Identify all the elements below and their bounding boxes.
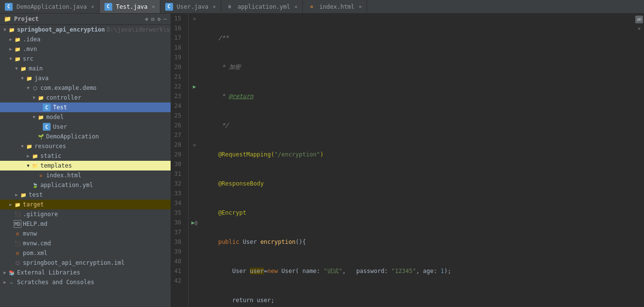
sidebar-item-target[interactable]: ▶ 📁 target <box>0 200 171 209</box>
sidebar-item-mvn[interactable]: ▶ 📁 .mvn <box>0 44 171 54</box>
sidebar-item-gitignore[interactable]: ▶ ⬛ .gitignore <box>0 209 171 219</box>
code-container[interactable]: 15 16 17 18 19 20 21 22 23 24 25 26 27 2… <box>171 14 644 307</box>
sidebar-item-model[interactable]: ▼ 📁 model <box>0 112 171 122</box>
line-num-15: 15 <box>171 14 184 23</box>
sidebar-item-idea[interactable]: ▶ 📁 .idea <box>0 34 171 44</box>
app-yaml-label: application.yml <box>40 182 93 188</box>
code-content[interactable]: /** * 加密 * @return */ @RequestMapping("/… <box>200 14 632 307</box>
sidebar-item-java[interactable]: ▼ 📁 java <box>0 73 171 83</box>
line-num-21: 21 <box>171 72 184 82</box>
folder-icon-static: 📁 <box>31 152 39 160</box>
project-path-label: D:\java\iderwork\springbo <box>107 26 171 33</box>
code-23-var: user <box>250 268 264 274</box>
sidebar-icon-gear[interactable]: ⚙ <box>157 16 161 22</box>
sidebar-item-package[interactable]: ▼ ⬡ com.example.demo <box>0 83 171 93</box>
iml-icon: ⬡ <box>14 259 21 267</box>
tab-app-yaml[interactable]: ⚙ application.yml ✕ <box>221 0 303 13</box>
sidebar-item-pom-xml[interactable]: ▶ m pom.xml <box>0 248 171 258</box>
gutter-16 <box>189 23 200 33</box>
sidebar-item-app-yaml-file[interactable]: 🍃 application.yml <box>0 180 171 190</box>
target-label: target <box>23 201 44 208</box>
mvnw-cmd-label: mvnw.cmd <box>23 240 51 247</box>
ext-lib-icon: 📚 <box>8 269 16 276</box>
sidebar-item-project-root[interactable]: ▼ 📁 springboot_api_encryption D:\java\id… <box>0 25 171 34</box>
sidebar-item-ext-libraries[interactable]: ▶ 📚 External Libraries <box>0 268 171 277</box>
tab-app-yaml-label: application.yml <box>238 3 290 10</box>
tab-app-yaml-close[interactable]: ✕ <box>295 4 297 9</box>
run-icon-22[interactable]: ▶ <box>193 84 196 90</box>
line-num-27: 27 <box>171 130 184 140</box>
code-17-c1: * <box>204 93 229 100</box>
sidebar-icon-collapse[interactable]: ⊟ <box>151 16 155 22</box>
minimap-close[interactable]: ✕ <box>635 24 643 32</box>
fold-icon-28[interactable]: ≡ <box>193 142 196 148</box>
sidebar-header: 📁 Project ⊕ ⊟ ⚙ ─ <box>0 14 171 25</box>
minimap-m[interactable]: mG <box>635 16 643 23</box>
code-line-19: @RequestMapping("/encryption") <box>204 150 632 159</box>
line-numbers: 15 16 17 18 19 20 21 22 23 24 25 26 27 2… <box>171 14 189 307</box>
tab-test-close[interactable]: ✕ <box>152 4 155 9</box>
sidebar-item-static[interactable]: ▶ 📁 static <box>0 151 171 161</box>
tab-index-html[interactable]: ≡ index.html ✕ <box>303 0 367 13</box>
code-17-return: @return <box>229 93 254 100</box>
folder-icon-mvn: 📁 <box>14 45 21 53</box>
code-16-c1: * 加密 <box>204 64 241 70</box>
gutter-41 <box>189 266 200 276</box>
tab-user-close[interactable]: ✕ <box>213 4 216 9</box>
line-num-31: 31 <box>171 169 184 179</box>
line-num-37: 37 <box>171 227 184 237</box>
code-23-pwd: password: <box>356 268 391 274</box>
sidebar-item-scratches[interactable]: ▶ ✏️ Scratches and Consoles <box>0 277 171 287</box>
sidebar-item-iml[interactable]: ▶ ⬡ springboot_api_encryption.iml <box>0 258 171 268</box>
line-num-40: 40 <box>171 256 184 266</box>
sidebar-header-label: Project <box>14 16 39 22</box>
model-folder-icon: 📁 <box>37 113 45 121</box>
run-icon-36[interactable]: ▶ <box>191 220 195 226</box>
sidebar-icon-hide[interactable]: ─ <box>163 16 167 22</box>
code-23-num: 1 <box>440 268 444 274</box>
tab-user-label: User.java <box>177 3 209 10</box>
sidebar-item-mvnw-cmd[interactable]: ▶ ⬛ mvnw.cmd <box>0 239 171 248</box>
src-label: src <box>23 55 34 62</box>
sidebar-item-demo-app-file[interactable]: 🌱 DemoApplication <box>0 132 171 141</box>
arrow-scratches: ▶ <box>2 280 8 285</box>
tab-bar: C DemoApplication.java ✕ C Test.java ✕ C… <box>0 0 644 14</box>
gutter-28: ≡ <box>189 140 200 150</box>
tab-user[interactable]: C User.java ✕ <box>160 0 221 13</box>
test-dir-label: test <box>29 191 43 198</box>
tab-index-html-close[interactable]: ✕ <box>359 4 362 9</box>
scratches-label: Scratches and Consoles <box>17 279 94 286</box>
sidebar-item-help-md[interactable]: ▶ MD HELP.md <box>0 219 171 229</box>
code-22-method: encryption <box>261 239 296 245</box>
sidebar-item-controller[interactable]: ▼ 📁 controller <box>0 93 171 102</box>
arrow-package: ▼ <box>25 85 31 90</box>
code-23-new: new <box>267 268 278 274</box>
tab-demo-app[interactable]: C DemoApplication.java ✕ <box>0 0 100 13</box>
gutter-23 <box>189 91 200 101</box>
arrow-controller: ▼ <box>31 95 37 100</box>
md-icon: MD <box>14 220 21 228</box>
code-20-ann: @ResponseBody <box>204 180 264 187</box>
tab-test[interactable]: C Test.java ✕ <box>100 0 160 13</box>
fold-icon-15[interactable]: ≡ <box>193 16 196 21</box>
sidebar-item-test-file[interactable]: C Test <box>0 102 171 112</box>
sidebar-item-main[interactable]: ▼ 📁 main <box>0 64 171 73</box>
sidebar-item-user-file[interactable]: C User <box>0 122 171 132</box>
mvnw-label: mvnw <box>23 230 37 237</box>
code-23-name: name: <box>302 268 323 274</box>
sidebar-item-src[interactable]: ▼ 📁 src <box>0 54 171 64</box>
cmd-icon: ⬛ <box>14 239 21 247</box>
arrow-main: ▼ <box>14 66 19 71</box>
sidebar-item-test-dir[interactable]: ▶ 📁 test <box>0 190 171 200</box>
sidebar-item-mvnw[interactable]: ▶ m mvnw <box>0 229 171 239</box>
controller-folder-icon: 📁 <box>37 94 45 102</box>
sidebar-item-templates[interactable]: ▼ 📁 templates <box>0 161 171 171</box>
code-line-17: * @return <box>204 91 632 101</box>
sidebar-icon-globe[interactable]: ⊕ <box>145 16 149 22</box>
sidebar-item-index-html[interactable]: ≡ index.html <box>0 171 171 180</box>
gutter-27 <box>189 130 200 140</box>
gutter-19 <box>189 52 200 62</box>
code-line-22: public User encryption(){ <box>204 237 632 247</box>
sidebar-item-resources[interactable]: ▼ 📁 resources <box>0 141 171 151</box>
tab-demo-app-close[interactable]: ✕ <box>91 4 94 9</box>
